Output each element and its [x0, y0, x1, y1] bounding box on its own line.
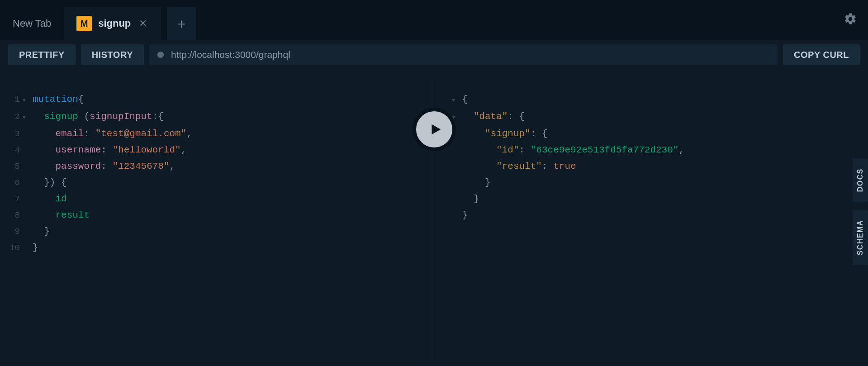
code-line: email: "test@gmail.com",	[31, 126, 192, 142]
prettify-button[interactable]: PRETTIFY	[8, 44, 76, 65]
gear-icon[interactable]	[844, 12, 857, 28]
plus-icon: ＋	[175, 14, 188, 33]
code-line: id	[31, 191, 67, 207]
copy-curl-button[interactable]: COPY CURL	[783, 44, 860, 65]
endpoint-input[interactable]	[149, 44, 778, 65]
tab-new[interactable]: New Tab	[0, 7, 64, 40]
side-tabs: DOCS SCHEMA	[853, 158, 868, 266]
fold-icon[interactable]: ▼	[23, 91, 31, 109]
code-line: }	[31, 223, 50, 240]
code-line: "data": {	[460, 109, 525, 126]
line-number: 7	[0, 191, 23, 207]
line-number: 5	[0, 158, 23, 175]
tab-label: signup	[98, 18, 131, 29]
code-line: result	[31, 207, 90, 223]
response-viewer[interactable]: ▼ { ▼ "data": { "signup": { "id": "63ce9…	[434, 77, 868, 366]
tab-add[interactable]: ＋	[167, 7, 196, 40]
code-line: password: "12345678",	[31, 158, 175, 175]
code-line: username: "helloworld",	[31, 142, 186, 158]
line-number: 6	[0, 175, 23, 191]
line-number: 4	[0, 142, 23, 158]
code-line: mutation{	[31, 91, 84, 109]
mutation-badge-icon: M	[76, 16, 92, 31]
code-line: "result": true	[460, 158, 576, 175]
line-number: 9	[0, 223, 23, 240]
docs-tab[interactable]: DOCS	[853, 158, 868, 202]
line-number: 2	[0, 109, 23, 126]
execute-button[interactable]	[413, 108, 456, 151]
line-number: 1	[0, 91, 23, 109]
endpoint-url-field[interactable]	[171, 49, 769, 60]
code-line: }	[31, 240, 38, 256]
code-line: "id": "63ce9e92e513fd5fa772d230",	[460, 142, 685, 158]
code-line: }) {	[31, 175, 67, 191]
code-line: }	[460, 207, 468, 223]
history-button[interactable]: HISTORY	[81, 44, 144, 65]
line-number: 10	[0, 240, 23, 256]
toolbar: PRETTIFY HISTORY COPY CURL	[0, 40, 868, 70]
schema-tab[interactable]: SCHEMA	[853, 210, 868, 265]
line-number: 3	[0, 126, 23, 142]
code-line: signup (signupInput:{	[31, 109, 164, 126]
connection-status-icon	[157, 52, 164, 58]
tab-signup[interactable]: M signup ✕	[64, 7, 161, 40]
play-icon	[428, 122, 443, 137]
tab-label: New Tab	[13, 18, 51, 29]
code-line: }	[460, 191, 479, 207]
code-line: }	[460, 175, 491, 191]
tab-bar: New Tab M signup ✕ ＋	[0, 0, 868, 40]
line-number: 8	[0, 207, 23, 223]
fold-icon[interactable]: ▼	[23, 109, 31, 126]
code-line: {	[460, 91, 468, 109]
query-editor[interactable]: 1 ▼ mutation{ 2 ▼ signup (signupInput:{ …	[0, 77, 434, 366]
fold-icon[interactable]: ▼	[452, 91, 460, 109]
code-line: "signup": {	[460, 126, 548, 142]
close-icon[interactable]: ✕	[137, 18, 149, 29]
